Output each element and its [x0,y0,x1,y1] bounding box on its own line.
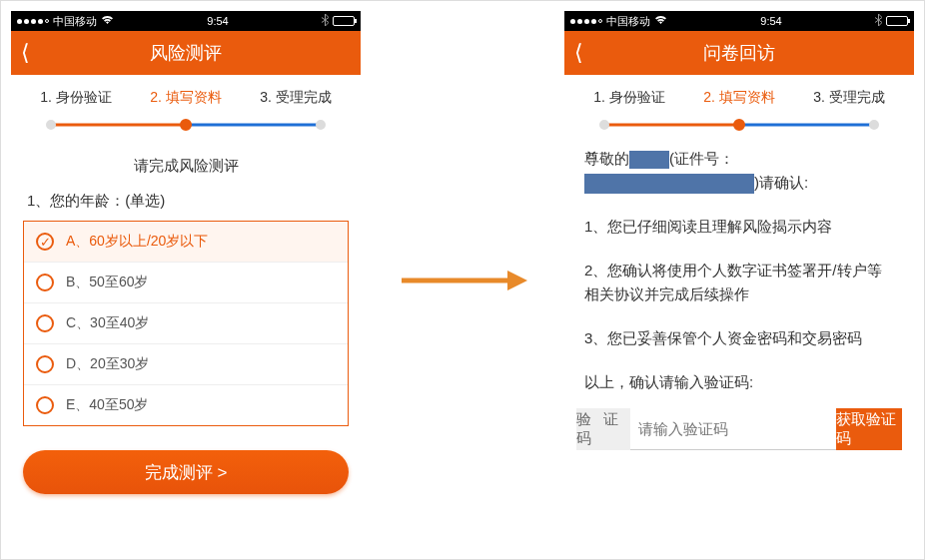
get-code-button[interactable]: 获取验证码 [836,408,902,450]
radio-icon: ✓ [36,314,54,332]
step-2: 2. 填写资料 [150,89,222,107]
radio-icon: ✓ [36,355,54,373]
back-icon[interactable]: ⟨ [574,40,583,66]
redacted-name [629,151,669,169]
carrier-label: 中国移动 [606,14,650,29]
intro-text: 尊敬的(证件号：)请确认: [564,147,914,195]
step-3: 3. 受理完成 [260,89,332,107]
verify-input[interactable] [630,408,836,450]
option-e[interactable]: ✓ E、40至50岁 [24,384,348,425]
step-1: 1. 身份验证 [40,89,112,107]
question-1-title: 1、您的年龄：(单选) [11,192,361,221]
svg-marker-1 [507,271,527,290]
battery-icon [333,16,355,26]
status-time: 9:54 [207,15,228,27]
status-bar: 中国移动 9:54 [11,11,361,31]
nav-title: 问卷回访 [703,41,775,65]
intro-suffix: )请确认: [754,174,808,191]
wifi-icon [654,15,667,27]
bluetooth-icon [875,14,882,28]
submit-button[interactable]: 完成测评 > [23,450,349,494]
intro-prefix: 尊敬的 [584,150,629,167]
confirm-item-2: 2、您确认将使用个人数字证书签署开/转户等相关协议并完成后续操作 [564,259,914,306]
back-icon[interactable]: ⟨ [21,40,30,66]
step-track [604,113,874,137]
nav-title: 风险测评 [150,41,222,65]
left-phone-screen: 中国移动 9:54 ⟨ 风险测评 1. 身份验证 2. 填写资料 3. 受理完成 [11,11,361,550]
option-c-label: C、30至40岁 [66,314,149,332]
nav-bar: ⟨ 问卷回访 [564,31,914,75]
step-2: 2. 填写资料 [703,89,775,107]
radio-icon: ✓ [36,233,54,251]
verify-label: 验 证 码 [576,408,630,450]
page-tip: 请完成风险测评 [11,147,361,192]
redacted-id [584,174,754,194]
option-list: ✓ A、60岁以上/20岁以下 ✓ B、50至60岁 ✓ C、30至40岁 ✓ … [23,221,349,426]
option-a-label: A、60岁以上/20岁以下 [66,233,208,251]
step-indicator: 1. 身份验证 2. 填写资料 3. 受理完成 [11,75,361,113]
radio-icon: ✓ [36,396,54,414]
right-phone-screen: 中国移动 9:54 ⟨ 问卷回访 1. 身份验证 2. 填写资料 3. 受理完成 [564,11,914,550]
intro-mid: (证件号： [669,150,734,167]
confirm-item-3: 3、您已妥善保管个人资金密码和交易密码 [564,326,914,350]
carrier-label: 中国移动 [53,14,97,29]
option-b-label: B、50至60岁 [66,274,148,291]
arrow-icon [398,269,527,292]
radio-icon: ✓ [36,274,54,291]
wifi-icon [101,15,114,27]
step-indicator: 1. 身份验证 2. 填写资料 3. 受理完成 [564,75,914,113]
status-time: 9:54 [760,15,781,27]
step-1: 1. 身份验证 [593,89,665,107]
flow-arrow [361,11,564,550]
signal-dots-icon [17,19,49,24]
option-b[interactable]: ✓ B、50至60岁 [24,262,348,302]
confirm-item-1: 1、您已仔细阅读且理解风险揭示内容 [564,215,914,239]
step-track [51,113,321,137]
signal-dots-icon [570,19,602,24]
option-d-label: D、20至30岁 [66,355,149,373]
bluetooth-icon [322,14,329,28]
option-e-label: E、40至50岁 [66,396,148,414]
battery-icon [886,16,908,26]
option-d[interactable]: ✓ D、20至30岁 [24,343,348,384]
status-bar: 中国移动 9:54 [564,11,914,31]
nav-bar: ⟨ 风险测评 [11,31,361,75]
confirm-line: 以上，确认请输入验证码: [564,370,914,394]
get-code-button-label: 获取验证码 [836,410,902,448]
verify-row: 验 证 码 获取验证码 [576,408,902,450]
option-c[interactable]: ✓ C、30至40岁 [24,302,348,343]
step-3: 3. 受理完成 [813,89,885,107]
submit-button-label: 完成测评 > [145,461,228,484]
option-a[interactable]: ✓ A、60岁以上/20岁以下 [24,222,348,262]
